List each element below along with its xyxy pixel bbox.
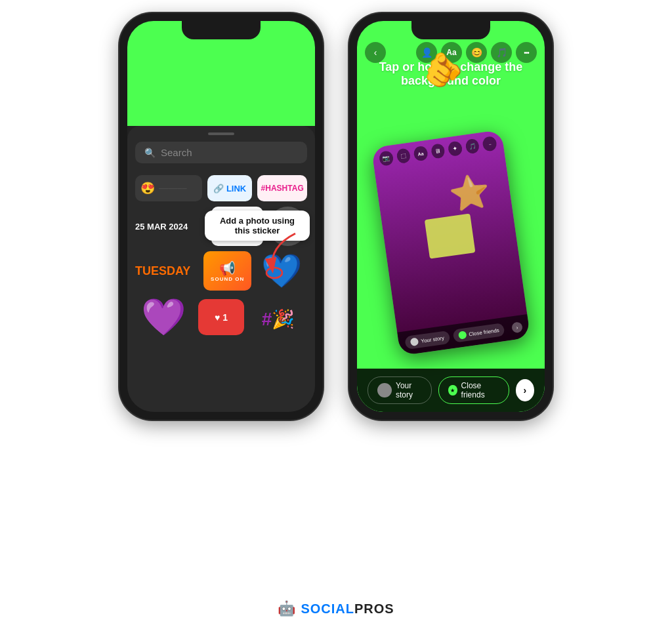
heart-purple-icon: 💜 bbox=[141, 296, 186, 337]
mini-friends-dot bbox=[458, 331, 467, 340]
music-icon: 🎵 bbox=[496, 47, 507, 58]
card-icon-4: ✦ bbox=[448, 140, 463, 157]
phone2-bottom-bar: Your story ★ Close friends › bbox=[357, 369, 545, 412]
date-sticker[interactable]: 25 MAR 2024 bbox=[135, 222, 206, 232]
link-label: 🔗 LINK bbox=[213, 184, 246, 193]
card-icon-2: ⬚ bbox=[396, 148, 411, 164]
hashtag-label: #HASHTAG bbox=[261, 184, 304, 193]
brand-footer: 🤖 SOCIALPROS bbox=[278, 590, 394, 622]
card-yellow-box bbox=[425, 214, 476, 259]
mini-story-label: Your story bbox=[421, 335, 445, 344]
phone-2-inner: ‹ 👤 Aa 😊 bbox=[357, 21, 545, 412]
hand-pointer: 🫵 bbox=[419, 47, 466, 92]
notch-2 bbox=[411, 21, 490, 39]
emoji-line: ────── bbox=[159, 185, 187, 192]
hashtag-sticker[interactable]: #HASHTAG bbox=[257, 175, 307, 201]
sticker-bottom-sheet: 🔍 Search 😍 ────── bbox=[127, 126, 315, 412]
card-bottom-bar: Your story Close friends › bbox=[397, 314, 530, 355]
sticker-icon: 😊 bbox=[471, 47, 482, 58]
hand-icon: 🫵 bbox=[420, 48, 467, 91]
tuesday-sticker[interactable]: TUESDAY bbox=[135, 264, 198, 278]
emoji-icon: 😍 bbox=[140, 181, 155, 195]
link-sticker[interactable]: 🔗 LINK bbox=[207, 175, 252, 201]
inner-phone-card: 📷 ⬚ Aa 🖥 ✦ 🎵 ··· ⭐ bbox=[371, 130, 531, 356]
phone-1-inner: 🔍 Search 😍 ────── bbox=[127, 21, 315, 412]
notch-1 bbox=[182, 21, 261, 39]
megaphone-icon: 📢 bbox=[219, 260, 236, 276]
emoji-sticker[interactable]: 😍 ────── bbox=[135, 175, 202, 201]
brand-logo: 🤖 bbox=[278, 600, 295, 617]
sound-on-label: SOUND ON bbox=[211, 276, 244, 282]
card-icon-5: 🎵 bbox=[465, 138, 480, 155]
add-photo-tooltip: Add a photo using this sticker bbox=[205, 211, 310, 241]
friends-dot-icon: ★ bbox=[448, 385, 457, 396]
sticker-row-1: 😍 ────── 🔗 LINK #HASHTAG bbox=[135, 175, 307, 201]
card-icon-more: ··· bbox=[482, 136, 497, 152]
heart-blue-sticker[interactable]: 💙 bbox=[257, 252, 307, 290]
close-friends-button[interactable]: ★ Close friends bbox=[438, 376, 509, 404]
phone2-screen: ‹ 👤 Aa 😊 bbox=[357, 21, 545, 412]
your-story-label: Your story bbox=[396, 381, 422, 399]
heart-blue-icon: 💙 bbox=[261, 253, 302, 289]
like-label: ♥ 1 bbox=[215, 312, 228, 323]
next-button[interactable]: › bbox=[516, 379, 535, 401]
date-label: 25 MAR 2024 bbox=[135, 222, 188, 232]
card-icon-3: 🖥 bbox=[430, 143, 446, 159]
card-icon-text: Aa bbox=[413, 146, 428, 162]
phone-2: ‹ 👤 Aa 😊 bbox=[349, 13, 553, 420]
mini-next-chevron[interactable]: › bbox=[511, 321, 523, 333]
next-chevron-icon: › bbox=[523, 385, 526, 396]
tuesday-label: TUESDAY bbox=[135, 264, 190, 277]
sticker-row-4: 💜 ♥ 1 #🎉 bbox=[135, 296, 307, 338]
like-sticker[interactable]: ♥ 1 bbox=[198, 299, 244, 335]
tooltip-text: Add a photo using this sticker bbox=[220, 216, 295, 235]
brand-name-prefix: SOCIAL bbox=[301, 601, 354, 616]
sound-on-sticker[interactable]: 📢 SOUND ON bbox=[203, 251, 251, 291]
phone-1: 🔍 Search 😍 ────── bbox=[119, 13, 323, 420]
story-avatar bbox=[377, 383, 392, 397]
mini-friends-label: Close friends bbox=[469, 327, 499, 337]
search-icon: 🔍 bbox=[144, 148, 156, 158]
sheet-handle bbox=[208, 132, 234, 135]
mini-close-friends-btn[interactable]: Close friends bbox=[452, 323, 505, 343]
back-icon: ‹ bbox=[374, 47, 377, 58]
mini-your-story-btn[interactable]: Your story bbox=[404, 331, 450, 350]
phones-row: 🔍 Search 😍 ────── bbox=[119, 13, 553, 590]
heart-purple-sticker[interactable]: 💜 bbox=[135, 296, 193, 338]
your-story-button[interactable]: Your story bbox=[368, 376, 432, 404]
hashtag-fancy-sticker[interactable]: #🎉 bbox=[249, 304, 307, 331]
sticker-search-bar[interactable]: 🔍 Search bbox=[135, 142, 307, 163]
phone1-screen: 🔍 Search 😍 ────── bbox=[127, 21, 315, 412]
hashtag-fancy-icon: #🎉 bbox=[262, 309, 295, 329]
card-star: ⭐ bbox=[447, 171, 492, 214]
main-container: 🔍 Search 😍 ────── bbox=[0, 0, 672, 629]
more-icon: ••• bbox=[524, 49, 529, 56]
sticker-grid: 😍 ────── 🔗 LINK #HASHTAG bbox=[127, 171, 315, 412]
brand-name: SOCIALPROS bbox=[301, 601, 394, 617]
search-input[interactable]: Search bbox=[161, 147, 192, 158]
mini-story-avatar bbox=[410, 337, 419, 346]
brand-name-suffix: PROS bbox=[354, 601, 394, 616]
sticker-row-3: TUESDAY 📢 SOUND ON 💙 bbox=[135, 251, 307, 291]
card-top-icons: 📷 ⬚ Aa 🖥 ✦ 🎵 ··· bbox=[372, 135, 504, 168]
card-icon-1: 📷 bbox=[379, 150, 394, 167]
close-friends-label: Close friends bbox=[461, 381, 499, 399]
